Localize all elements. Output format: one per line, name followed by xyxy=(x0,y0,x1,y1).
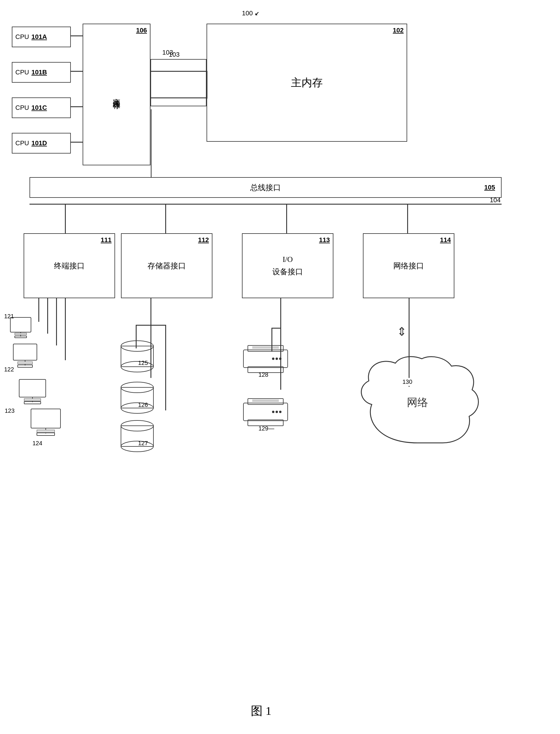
ref-104-label: 104 xyxy=(490,196,501,204)
ref-122-label: 122 xyxy=(4,366,14,373)
disk-127 xyxy=(118,419,156,458)
line-term-4 xyxy=(65,298,66,360)
cpu-101d-label: CPU xyxy=(15,139,29,147)
cpu-101a-label: CPU xyxy=(15,33,29,41)
diagram: 100 ↙ CPU 101A CPU 101B CPU 101C CPU 101… xyxy=(0,0,560,734)
svg-point-39 xyxy=(279,411,281,413)
svg-rect-13 xyxy=(31,409,60,428)
line-storage-main xyxy=(150,298,151,328)
ref-124-label: 124 xyxy=(32,440,42,447)
line-term-3 xyxy=(56,298,57,345)
svg-point-41 xyxy=(272,411,274,413)
line-conn-mem-left xyxy=(207,71,207,99)
line-101b-cache xyxy=(71,71,83,72)
svg-point-32 xyxy=(276,357,278,360)
svg-point-33 xyxy=(272,357,274,360)
terminal-123 xyxy=(18,378,56,411)
line-bus-storage xyxy=(165,204,166,233)
bus-line-104 xyxy=(30,204,502,205)
figure-caption: 图 1 xyxy=(251,703,271,719)
line-bus-io xyxy=(286,204,287,233)
disk-126 xyxy=(118,381,156,419)
svg-rect-4 xyxy=(15,333,27,335)
ref-103-text: 103 xyxy=(162,49,173,56)
ref-123-label: 123 xyxy=(5,408,14,414)
terminal-ref: 111 xyxy=(101,236,112,244)
ref-130-label: 130 xyxy=(401,378,413,386)
svg-rect-5 xyxy=(13,344,37,360)
ref-121-label: 121 xyxy=(4,313,14,320)
line-term-2 xyxy=(47,298,48,333)
disk-125 xyxy=(118,339,156,378)
bus-label: 总线接口 xyxy=(250,182,281,193)
svg-rect-35 xyxy=(248,399,283,405)
cpu-101b-ref: 101B xyxy=(31,68,47,76)
line-cache-conn-2 xyxy=(150,97,207,98)
svg-rect-8 xyxy=(18,362,32,364)
cpu-101b-label: CPU xyxy=(15,68,29,76)
ref-126-label: 126 xyxy=(138,402,148,408)
network-iface-label: 网络接口 xyxy=(393,261,424,271)
io-label: I/OI/O 设备接口设备接口 xyxy=(272,253,303,278)
cpu-101a-box: CPU 101A xyxy=(12,27,71,47)
bus-box: 总线接口 105 xyxy=(30,177,502,198)
svg-point-40 xyxy=(276,411,278,413)
svg-text:网络: 网络 xyxy=(407,397,428,408)
cpu-101c-box: CPU 101C xyxy=(12,97,71,118)
network-iface-ref: 114 xyxy=(440,236,451,244)
terminal-label: 终端接口 xyxy=(54,261,85,271)
line-io-horiz xyxy=(271,328,281,328)
cpu-101a-ref: 101A xyxy=(31,33,47,41)
storage-label: 存储器接口 xyxy=(148,261,186,271)
line-storage-horiz xyxy=(136,325,166,326)
io-ref: 113 xyxy=(319,236,330,244)
terminal-122 xyxy=(12,342,47,372)
storage-box: 112 存储器接口 xyxy=(121,233,212,298)
line-io-main xyxy=(280,298,281,331)
storage-ref: 112 xyxy=(198,236,209,244)
line-bus-netiface xyxy=(407,204,408,233)
svg-rect-16 xyxy=(37,430,55,433)
main-memory-box: 102 主内存 xyxy=(207,24,407,142)
terminal-124 xyxy=(30,408,71,443)
svg-rect-27 xyxy=(248,345,283,351)
svg-rect-12 xyxy=(24,399,41,401)
cpu-101c-label: CPU xyxy=(15,104,29,112)
cache-label: 高速缓存 xyxy=(112,92,122,97)
io-device-128 xyxy=(242,342,295,375)
svg-rect-18 xyxy=(121,346,153,367)
line-down-to-bus xyxy=(151,109,152,177)
io-box: 113 I/OI/O 设备接口设备接口 xyxy=(242,233,333,298)
svg-rect-24 xyxy=(121,426,153,447)
svg-rect-9 xyxy=(19,380,46,397)
cpu-101c-ref: 101C xyxy=(31,104,47,112)
line-bus-terminal xyxy=(65,204,66,233)
line-cache-conn-1 xyxy=(150,71,207,72)
svg-rect-21 xyxy=(121,388,153,408)
net-arrow: ⇕ xyxy=(397,325,407,339)
ref-129-label: 129— xyxy=(258,425,274,432)
main-memory-label: 主内存 xyxy=(291,76,323,90)
line-101d-cache xyxy=(71,142,83,143)
cache-box: 106 高速缓存 xyxy=(83,24,150,165)
io-device-129 xyxy=(242,396,295,428)
ref-125-label: 125 xyxy=(138,359,148,366)
line-101a-cache xyxy=(71,35,83,36)
svg-rect-3 xyxy=(15,336,27,338)
line-term-1 xyxy=(38,298,39,322)
cache-ref: 106 xyxy=(136,27,147,34)
network-cloud: 网络 xyxy=(354,354,481,455)
cpu-101d-ref: 101D xyxy=(31,139,47,147)
cpu-101b-box: CPU 101B xyxy=(12,62,71,83)
connection-103: 103 xyxy=(150,59,207,106)
line-101c-cache xyxy=(71,106,83,107)
ref-127-label: 127 xyxy=(138,440,148,447)
ref-100-label: 100 ↙ xyxy=(242,9,259,17)
cpu-101d-box: CPU 101D xyxy=(12,133,71,153)
main-memory-ref: 102 xyxy=(393,27,404,34)
line-storage-127 xyxy=(165,325,166,411)
terminal-box: 111 终端接口 xyxy=(24,233,115,298)
ref-128-label: 128 xyxy=(258,372,268,378)
bus-ref: 105 xyxy=(484,184,495,191)
svg-point-31 xyxy=(279,357,281,360)
